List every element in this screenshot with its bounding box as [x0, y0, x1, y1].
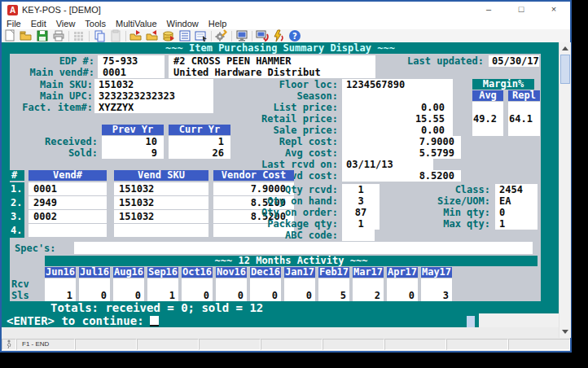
month-sls-value: 0 [79, 290, 107, 301]
vendor-row-vend: 0002 [29, 210, 107, 223]
specs-field [74, 242, 533, 254]
margin-avg-value: 49.2 [473, 113, 502, 125]
open-folder-icon[interactable] [18, 29, 34, 42]
last-updated-label: Last updated: [402, 55, 484, 67]
main-upc-field: 3232323232323 [94, 90, 213, 102]
month-sls-value: 1 [147, 290, 175, 301]
last-rcvd-label: Last rcvd on: [238, 159, 338, 170]
status-segment [199, 339, 261, 350]
window-controls: – □ × [472, 2, 570, 18]
import-folder-icon[interactable] [144, 29, 160, 42]
menu-bar: File Edit View Tools MultiValue Window H… [2, 18, 570, 30]
vendor-row-num: 1. [10, 182, 24, 196]
status-segment [384, 339, 446, 350]
season-field [342, 90, 445, 102]
last-rcvd-field: 03/11/13 [342, 159, 433, 170]
menu-help[interactable]: Help [204, 18, 232, 29]
size-uom-field: EA [499, 195, 537, 207]
month-header: Aug16 [113, 267, 144, 278]
floor-loc-label: Floor loc: [238, 79, 338, 90]
toolbar-separator [211, 31, 212, 42]
status-segment [323, 339, 384, 350]
vendor-row-vend [29, 224, 107, 237]
toolbar-separator [89, 31, 90, 42]
titlebar[interactable]: A KEY-POS - [DEMO] – □ × [2, 2, 570, 18]
month-sls-value: 0 [216, 290, 244, 301]
new-document-icon[interactable] [2, 29, 18, 42]
line-numbers-icon[interactable] [71, 29, 87, 42]
export-folder-icon[interactable] [128, 29, 144, 42]
month-header: Dec16 [250, 267, 281, 278]
export-database-icon[interactable] [160, 29, 177, 42]
list-view-icon[interactable] [177, 29, 193, 42]
minimize-button[interactable]: – [472, 2, 505, 18]
menu-edit[interactable]: Edit [26, 18, 51, 29]
repl-cost-field: 7.9000 [342, 136, 454, 147]
month-sls-value: 2 [353, 290, 380, 301]
print-icon[interactable] [50, 29, 67, 42]
menu-tools[interactable]: Tools [80, 18, 111, 29]
reconnect-icon[interactable] [270, 29, 287, 42]
month-header: Oct16 [182, 267, 213, 278]
received-label: Received: [10, 136, 98, 147]
month-sls-value: 3 [421, 290, 449, 301]
menu-view[interactable]: View [51, 18, 81, 29]
status-message: F1 - END [16, 339, 75, 350]
vendor-cost-header: Vendor Cost [213, 170, 294, 181]
rcv-label: Rcv [11, 278, 34, 290]
maximize-button[interactable]: □ [505, 2, 538, 18]
menu-window[interactable]: Window [162, 18, 204, 29]
macro-runner-icon [5, 340, 12, 348]
status-bar: F1 - END [2, 338, 570, 351]
close-button[interactable]: × [538, 2, 570, 18]
copy-icon[interactable] [91, 29, 108, 42]
vendor-row-num: 3. [10, 210, 24, 224]
toolbar-separator [68, 31, 69, 42]
form-view-icon[interactable] [193, 29, 209, 42]
month-header: Apr17 [387, 267, 418, 278]
window-title: KEY-POS - [DEMO] [22, 5, 101, 15]
month-header: Sep16 [147, 267, 178, 278]
text-cursor[interactable] [150, 316, 159, 326]
toolbar-separator [125, 31, 126, 42]
avg-cost-label: Avg cost: [238, 147, 338, 159]
qty-on-hand-label: Qty on hand: [238, 195, 338, 207]
qty-rcvd-field: 1 [342, 184, 380, 195]
status-icon-segment [2, 339, 16, 350]
disconnect-icon[interactable] [254, 29, 270, 42]
screen-title: ~~~ Item Purchasing Summary Display ~~~ [2, 42, 559, 54]
save-icon[interactable] [34, 29, 50, 42]
package-qty-field: 1 [342, 218, 380, 230]
terminal-monitor-icon[interactable] [234, 29, 250, 42]
retail-price-field: 15.55 [342, 113, 445, 125]
description-line1: #2 CROSS PEEN HAMMER [173, 55, 292, 67]
month-header: Jul16 [79, 267, 110, 278]
vertical-scrollbar[interactable] [559, 42, 571, 338]
help-icon[interactable]: ? [287, 29, 303, 42]
app-icon[interactable]: A [7, 5, 18, 15]
prompt-text: <ENTER> to continue: [7, 314, 251, 327]
scroll-up-icon[interactable] [562, 46, 568, 50]
paste-icon[interactable] [108, 29, 124, 42]
received-curr-field: 1 [169, 136, 230, 147]
menu-file[interactable]: File [2, 18, 26, 29]
status-segment [137, 339, 199, 350]
qty-on-order-label: Qty on order: [238, 207, 338, 218]
vendor-row-sku: 151032 [114, 210, 208, 223]
abc-code-field [342, 230, 375, 241]
menu-multivalue[interactable]: MultiValue [111, 18, 162, 29]
retail-price-label: Retail price: [238, 113, 338, 125]
list-price-label: List price: [238, 102, 338, 113]
status-segment [261, 339, 323, 350]
horizontal-scroll-area[interactable] [2, 327, 559, 338]
curr-yr-header: Curr Yr [169, 125, 230, 135]
settings-icon[interactable] [213, 29, 230, 42]
qty-on-order-field: 87 [342, 207, 380, 218]
rcvd-cost-field: 8.5200 [342, 170, 461, 182]
vendor-num-header: # [10, 170, 24, 181]
toolbar: ? [2, 29, 570, 43]
scrollbar-thumb[interactable] [560, 55, 570, 84]
scroll-down-icon[interactable] [562, 330, 568, 334]
received-prev-field: 10 [102, 136, 164, 147]
vendor-row-sku [114, 224, 208, 237]
